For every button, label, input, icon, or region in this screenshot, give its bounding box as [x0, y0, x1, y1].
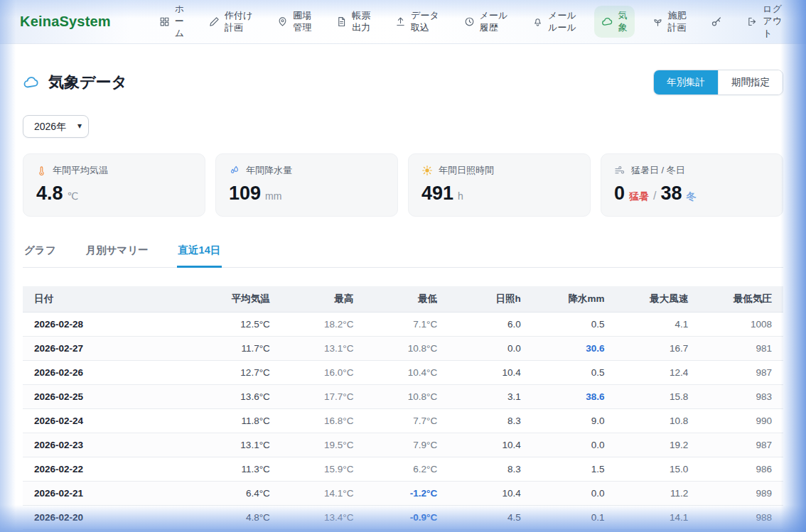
stat-card-header: 年間日照時間 — [421, 164, 577, 177]
value-cell: 0.5 — [532, 313, 616, 337]
value-cell: 3.1 — [448, 385, 532, 409]
table-row: 2026-02-2411.8°C16.8°C7.7°C8.39.010.8990 — [23, 409, 783, 433]
recent-14days-table: 日付平均気温最高最低日照h降水mm最大風速最低気圧 2026-02-2812.5… — [23, 286, 783, 532]
stat-card-0: 年間平均気温4.8℃ — [23, 153, 205, 217]
value-cell: 16.7 — [616, 337, 700, 361]
value-cell: 15.0 — [616, 457, 700, 482]
nav-item-password[interactable] — [704, 12, 729, 32]
stat-card-value-part: / — [653, 190, 656, 202]
stat-card-value-part: 491 — [421, 183, 453, 205]
stat-card-label: 年間降水量 — [246, 164, 292, 177]
tab-last14[interactable]: 直近14日 — [177, 238, 222, 268]
stat-card-value-part: mm — [265, 190, 281, 202]
column-header: 最大風速 — [616, 286, 700, 313]
nav-item-label: ホ ー ム — [175, 4, 184, 40]
stat-card-label: 年間日照時間 — [439, 164, 494, 177]
value-cell: 0.0 — [448, 337, 532, 361]
nav-item-data-import[interactable]: データ 取込 — [388, 6, 446, 38]
stat-card-1: 年間降水量109mm — [215, 153, 398, 217]
nav-item-home[interactable]: ホ ー ム — [152, 0, 191, 44]
value-cell: 1008 — [699, 313, 783, 337]
date-cell: 2026-02-21 — [23, 482, 198, 506]
key-icon — [711, 16, 722, 28]
nav-item-label: 作付け 計画 — [225, 10, 252, 34]
nav-item-label: メール 履歴 — [480, 10, 508, 34]
value-cell: 8.3 — [448, 457, 532, 482]
stat-card-header: 猛暑日 / 冬日 — [614, 164, 770, 177]
value-cell: 988 — [699, 506, 783, 530]
value-cell: 11.2 — [616, 482, 700, 506]
stat-card-value-part: ℃ — [68, 190, 79, 202]
column-header: 最高 — [281, 286, 365, 313]
page-title: 気象データ — [23, 72, 127, 93]
value-cell: 16.0°C — [281, 361, 365, 385]
value-cell: 6.0 — [448, 313, 532, 337]
content-tabs: グラフ月別サマリー直近14日 — [23, 238, 783, 268]
nav-item-fertilizer-plan[interactable]: 施肥 計画 — [645, 6, 694, 38]
value-cell: 18.2°C — [281, 313, 365, 337]
table-row: 2026-02-204.8°C13.4°C-0.9°C4.50.114.1988 — [23, 506, 783, 530]
date-cell: 2026-02-26 — [23, 361, 198, 385]
stat-card-3: 猛暑日 / 冬日0猛暑/38冬 — [601, 153, 783, 217]
column-header: 日付 — [23, 286, 198, 313]
view-toggle: 年別集計期間指定 — [653, 70, 783, 95]
nav-item-logout[interactable]: ログ アウ ト — [740, 0, 789, 44]
stat-card-value-part: 109 — [229, 183, 261, 205]
wind-icon — [614, 165, 625, 176]
nav-item-mail-history[interactable]: メール 履歴 — [457, 6, 515, 38]
value-cell: 4.1 — [616, 313, 700, 337]
nav-item-label: ログ アウ ト — [763, 4, 782, 40]
value-cell: 10.4°C — [365, 361, 448, 385]
value-cell: 16.8°C — [281, 409, 365, 433]
table-row: 2026-02-2513.6°C17.7°C10.8°C3.138.615.89… — [23, 385, 783, 409]
cloud-icon — [23, 74, 40, 91]
stat-card-value-part: h — [458, 190, 463, 202]
view-toggle-button-1[interactable]: 期間指定 — [718, 70, 783, 94]
value-cell: 4.8°C — [198, 506, 281, 530]
value-cell: 4.5 — [448, 506, 532, 530]
value-cell: 12.4 — [616, 361, 700, 385]
table-row: 2026-02-2711.7°C13.1°C10.8°C0.030.616.79… — [23, 337, 783, 361]
column-header: 最低 — [365, 286, 448, 313]
value-cell: 0.5 — [532, 361, 616, 385]
value-cell: 12.5°C — [198, 313, 281, 337]
value-cell: 14.1 — [616, 506, 700, 530]
date-cell: 2026-02-28 — [23, 313, 198, 337]
value-cell: -1.2°C — [365, 482, 448, 506]
map-pin-icon — [277, 16, 288, 27]
year-select-wrap: 2026年 ▾ — [23, 115, 89, 138]
logout-icon — [747, 16, 758, 27]
nav-item-field-mgmt[interactable]: 圃場 管理 — [270, 6, 318, 38]
nav-item-report-output[interactable]: 帳票 出力 — [329, 6, 377, 38]
date-cell: 2026-02-27 — [23, 337, 198, 361]
value-cell: 14.5 — [616, 530, 700, 532]
thermometer-icon — [36, 165, 47, 176]
stat-card-header: 年間降水量 — [229, 164, 385, 177]
column-header: 日照h — [448, 286, 532, 313]
nav-item-planting-plan[interactable]: 作付け 計画 — [202, 6, 259, 38]
column-header: 降水mm — [532, 286, 616, 313]
stat-card-label: 年間平均気温 — [53, 164, 108, 177]
droplets-icon — [229, 165, 240, 176]
year-select[interactable]: 2026年 — [23, 115, 89, 138]
value-cell: 8.3 — [448, 409, 532, 433]
date-cell: 2026-02-25 — [23, 385, 198, 409]
value-cell: 11.7°C — [198, 337, 281, 361]
tab-monthly[interactable]: 月別サマリー — [85, 238, 150, 268]
value-cell: 9.0 — [532, 409, 616, 433]
value-cell: 990 — [699, 409, 783, 433]
value-cell: 19.5°C — [281, 433, 365, 457]
value-cell: 0.0 — [532, 530, 616, 532]
top-navigation-bar: KeinaSystem ホ ー ム作付け 計画圃場 管理帳票 出力データ 取込メ… — [0, 0, 806, 44]
stat-card-header: 年間平均気温 — [36, 164, 192, 177]
value-cell: 10.3 — [448, 530, 532, 532]
nav-item-weather[interactable]: 気 象 — [594, 6, 635, 38]
value-cell: 13.1°C — [198, 433, 281, 457]
stat-card-value: 0猛暑/38冬 — [614, 183, 770, 205]
tab-graph[interactable]: グラフ — [23, 238, 58, 268]
bell-icon — [532, 16, 543, 27]
value-cell: 6.2°C — [365, 457, 448, 482]
nav-item-mail-rules[interactable]: メール ルール — [525, 6, 584, 38]
value-cell: 0.1 — [532, 506, 616, 530]
view-toggle-button-0[interactable]: 年別集計 — [654, 70, 718, 94]
